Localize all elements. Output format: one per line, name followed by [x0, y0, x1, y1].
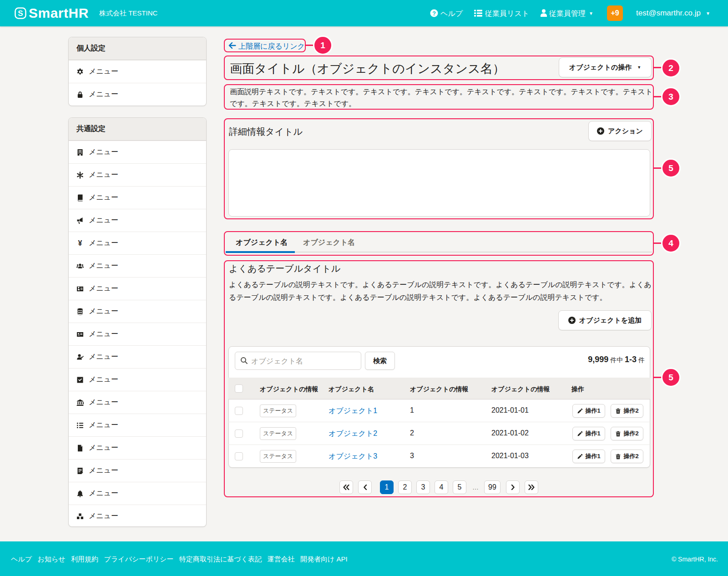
svg-text:?: ?	[432, 10, 436, 17]
svg-text:S: S	[18, 9, 23, 18]
